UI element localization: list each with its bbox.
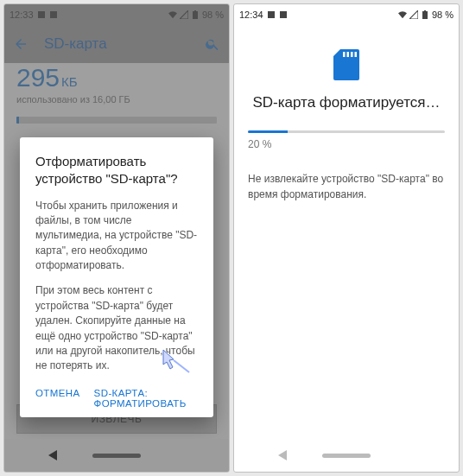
svg-rect-6: [268, 11, 275, 18]
nav-home-pill[interactable]: [92, 454, 141, 458]
progress-bar: [248, 130, 445, 133]
formatting-title: SD-карта форматируется…: [248, 94, 445, 111]
format-button[interactable]: SD-КАРТА: ФОРМАТИРОВАТЬ: [94, 388, 198, 409]
warning-text: Не извлекайте устройство "SD-карта" во в…: [248, 171, 445, 202]
progress-fill: [248, 130, 288, 133]
dialog-actions: ОТМЕНА SD-КАРТА: ФОРМАТИРОВАТЬ: [35, 384, 198, 409]
svg-rect-13: [351, 52, 353, 57]
svg-rect-7: [280, 11, 287, 18]
svg-rect-10: [423, 12, 427, 18]
sd-card-icon: [333, 49, 359, 80]
wifi-icon: [398, 10, 407, 19]
dialog-paragraph-2: При этом весь контент с устройства "SD-к…: [35, 283, 198, 373]
phone-left: 12:33 98 % SD-карта 295КБ использовано и…: [3, 3, 230, 473]
svg-rect-9: [424, 10, 426, 12]
status-battery-pct: 98 %: [432, 10, 453, 20]
dialog-title: Отформатировать устройство "SD-карта"?: [35, 153, 198, 188]
phone-right: 12:34 98 % SD-карта форматируется… 20 % …: [233, 3, 460, 473]
battery-icon: [421, 10, 429, 19]
signal-icon: [409, 10, 418, 19]
nav-bar: [4, 439, 229, 472]
cancel-button[interactable]: ОТМЕНА: [35, 388, 80, 409]
status-time: 12:34: [239, 10, 263, 20]
dialog-paragraph-1: Чтобы хранить приложения и файлы, в том …: [35, 199, 198, 274]
status-app-icon-2: [279, 10, 288, 19]
progress-label: 20 %: [248, 138, 445, 150]
nav-home-pill[interactable]: [322, 454, 371, 458]
nav-back-icon[interactable]: [278, 450, 287, 460]
status-app-icon: [267, 10, 276, 19]
status-bar: 12:34 98 %: [234, 4, 459, 25]
formatting-screen: SD-карта форматируется… 20 % Не извлекай…: [234, 25, 459, 202]
svg-rect-14: [355, 52, 358, 57]
svg-rect-12: [347, 52, 350, 57]
nav-back-icon[interactable]: [48, 450, 57, 460]
svg-rect-11: [343, 52, 346, 57]
format-dialog: Отформатировать устройство "SD-карта"? Ч…: [20, 137, 213, 417]
nav-bar: [234, 439, 459, 472]
